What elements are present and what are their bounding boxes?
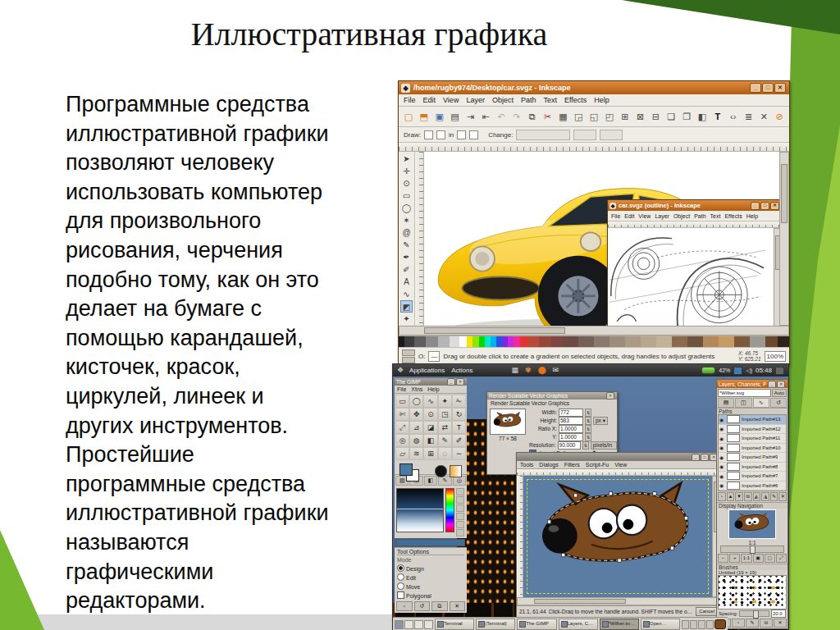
save-document-icon[interactable]: ▣ [433, 110, 446, 123]
outline-window-titlebar[interactable]: ◆ car.svgz (outline) - Inkscape _ □ ✕ [608, 200, 779, 211]
bezier-tool-icon[interactable]: ✒ [400, 251, 413, 263]
menu-item[interactable]: Help [427, 386, 439, 392]
menu-item[interactable]: Edit [624, 213, 634, 219]
launcher-icon[interactable]: ⬤ [538, 364, 546, 377]
taskbar-window-button[interactable]: Layers, Channels, Pat... [559, 619, 598, 630]
visibility-eye-icon[interactable]: ◉ [719, 436, 725, 441]
group-icon[interactable]: ❏ [664, 110, 678, 123]
zoom-selection-icon[interactable]: ◲ [572, 110, 585, 123]
edit-brush-icon[interactable]: ✎ [746, 619, 759, 628]
workspace-switcher[interactable] [395, 620, 433, 629]
paste-icon[interactable]: ▦ [556, 110, 569, 123]
pager-icon[interactable] [682, 620, 689, 629]
horizontal-scrollbar[interactable] [399, 326, 789, 336]
paths-tab-icon[interactable]: ∿ [753, 398, 769, 408]
visibility-eye-icon[interactable]: ◉ [719, 426, 725, 431]
active-brush-swatch[interactable] [435, 465, 447, 477]
print-icon[interactable]: ▤ [449, 110, 462, 123]
visibility-eye-icon[interactable]: ◉ [719, 463, 725, 469]
zoom-in-icon[interactable]: + [729, 554, 740, 563]
path-list-item[interactable]: ◉ Imported Path#8 [719, 463, 786, 472]
menu-item[interactable]: View [614, 462, 627, 468]
minimize-button[interactable]: _ [692, 454, 700, 461]
radio-design[interactable]: Design [397, 564, 464, 572]
vertical-scrollbar[interactable] [774, 228, 779, 326]
color-picker-icon[interactable]: ◎ [395, 434, 409, 447]
resolution-unit-dropdown[interactable]: pixels/in ▾ [591, 441, 618, 450]
fill-stroke-indicator[interactable] [402, 349, 415, 363]
menu-item[interactable]: Xtns [411, 386, 422, 392]
battery-icon[interactable] [701, 367, 715, 374]
panel-menu-item[interactable]: Actions [451, 367, 472, 374]
inkscape-logo-icon[interactable]: ⊘ [773, 110, 786, 123]
zoom-tool-icon[interactable]: ⊙ [400, 177, 413, 189]
stroke-path-icon[interactable]: ✎ [770, 492, 778, 501]
scale-tool-icon[interactable]: ⤢ [395, 421, 409, 434]
fill-stroke-icon[interactable]: ◧ [696, 110, 709, 123]
pencil-tool-icon[interactable]: ✎ [400, 239, 413, 251]
fill-checkbox[interactable] [457, 130, 466, 139]
dialog-titlebar[interactable]: Render Scalable Vector Graphics ✕ [487, 392, 617, 399]
pager-icon[interactable] [706, 620, 714, 629]
delete-options-icon[interactable]: ⧉ [431, 601, 448, 611]
duplicate-path-icon[interactable]: ⧉ [744, 492, 752, 501]
resolution-spinner[interactable]: ⇅ [582, 441, 589, 450]
path-list-item[interactable]: ◉ Imported Path#7 [719, 472, 786, 482]
linear-gradient-checkbox[interactable] [424, 130, 433, 139]
text-tool-icon[interactable]: T [452, 421, 466, 434]
terminal-launcher-icon[interactable]: ▦ [511, 364, 518, 377]
rotate-tool-icon[interactable]: ↻ [452, 408, 466, 421]
taskbar-window-button[interactable]: The GIMP [517, 619, 556, 630]
text-dialog-icon[interactable]: T [711, 110, 724, 123]
gimp-tray-icon[interactable] [714, 619, 726, 629]
text-tool-icon[interactable]: A [400, 276, 413, 288]
crop-tool-icon[interactable]: ◳ [438, 408, 452, 421]
close-button[interactable]: ✕ [770, 202, 779, 210]
gradient-tool-icon[interactable]: ◩ [400, 300, 413, 313]
menu-item[interactable]: View [443, 96, 459, 104]
vertical-ruler[interactable] [517, 476, 523, 597]
duplicate-icon[interactable]: ⊞ [619, 110, 632, 123]
path-list-item[interactable]: ◉ Imported Path#9 [719, 453, 786, 463]
gradient-tool-icon[interactable]: ◧ [423, 434, 437, 447]
smudge-tool-icon[interactable]: ∼ [452, 447, 466, 460]
minimize-button[interactable]: _ [751, 202, 760, 210]
opacity-spinner[interactable]: — [428, 351, 440, 362]
menu-item[interactable]: Filters [564, 462, 580, 468]
cancel-button[interactable]: Cancel [696, 607, 718, 616]
maximize-button[interactable]: □ [760, 202, 769, 210]
perspective-tool-icon[interactable]: ◪ [423, 421, 437, 434]
dropper-tool-icon[interactable]: ✦ [400, 313, 413, 325]
menu-item[interactable]: Layer [466, 96, 485, 104]
magnify-tool-icon[interactable]: ⊙ [423, 408, 437, 421]
open-document-icon[interactable]: ⬒ [418, 110, 431, 123]
resolution-input[interactable]: 90.000 [558, 441, 581, 450]
active-gradient-swatch[interactable] [450, 465, 462, 477]
free-select-icon[interactable]: ∿ [423, 395, 437, 408]
maximize-button[interactable]: □ [762, 83, 774, 93]
menu-item[interactable]: Help [746, 213, 758, 219]
zoom-slider[interactable] [720, 546, 784, 553]
eraser-tool-icon[interactable]: ▱ [395, 447, 409, 460]
width-input[interactable]: 772 [559, 409, 583, 417]
polygonal-checkbox[interactable]: Polygonal [397, 591, 464, 599]
duplicate-brush-icon[interactable]: ⧉ [760, 619, 773, 628]
volume-icon[interactable]: ◁) [746, 364, 752, 377]
menu-item[interactable]: Effects [564, 96, 587, 104]
star-tool-icon[interactable]: ✶ [400, 214, 413, 226]
menu-item[interactable]: Text [710, 213, 721, 219]
close-button[interactable]: ✕ [456, 378, 464, 386]
dock-titlebar[interactable]: Layers, Channels, Paths _✕ [717, 380, 788, 388]
shear-tool-icon[interactable]: ⊿ [409, 421, 423, 434]
fuzzy-select-icon[interactable]: ✦ [438, 395, 452, 408]
menu-item[interactable]: File [397, 386, 406, 392]
cut-icon[interactable]: ✂ [541, 110, 555, 123]
rectangle-tool-icon[interactable]: ▭ [400, 189, 413, 202]
image-window-titlebar[interactable]: _□✕ [517, 453, 720, 461]
ratio-y-input[interactable]: 1.0000 [559, 433, 583, 441]
taskbar-window-button[interactable]: *Wilber.svg-9.0 (RGB...) [600, 619, 639, 630]
auto-button[interactable]: Auto [772, 389, 787, 397]
height-input[interactable]: 583 [559, 417, 583, 425]
display-icon[interactable] [733, 367, 742, 375]
image-selector-dropdown[interactable]: *Wilber.svg [718, 389, 771, 397]
